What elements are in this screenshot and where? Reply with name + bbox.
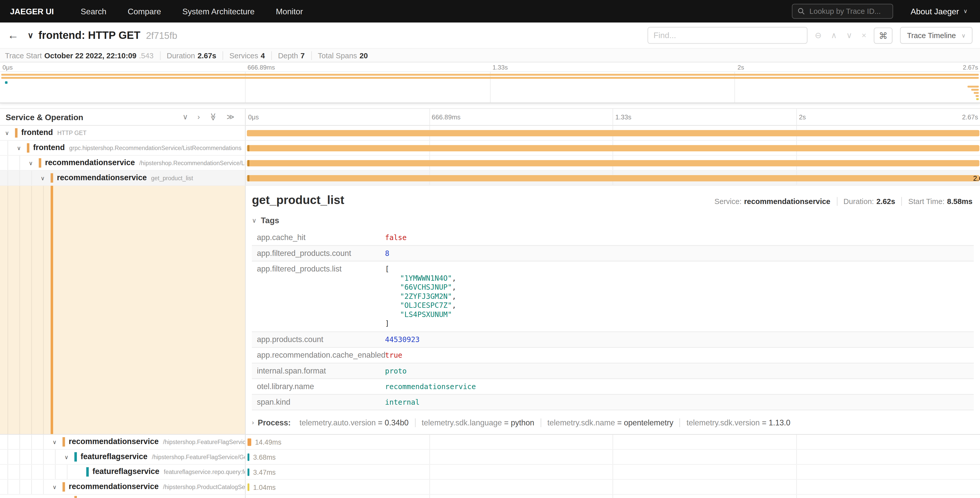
keyboard-shortcuts-button[interactable]: ⌘ xyxy=(874,27,892,43)
span-row-label-cell[interactable]: ∨frontendHTTP GET xyxy=(0,126,245,141)
indent-guide xyxy=(67,465,67,479)
tag-row: app.filtered_products.list["1YMWWN1N4O",… xyxy=(252,261,974,331)
service-name: featureflagservice xyxy=(81,452,148,461)
find-prev-icon[interactable]: ∧ xyxy=(831,31,837,39)
tags-section-toggle[interactable]: ∨ Tags xyxy=(252,216,974,225)
span-bar[interactable] xyxy=(248,484,249,491)
tag-value: ["1YMWWN1N4O","66VCHSJNUP","2ZYFJ3GM2N",… xyxy=(380,261,974,331)
span-row-timeline-cell[interactable] xyxy=(245,140,980,156)
timeline-tick: 2s xyxy=(735,64,744,71)
timeline-tick: 1.33s xyxy=(613,113,632,121)
collapse-one-icon[interactable]: ∨ xyxy=(183,113,188,121)
expand-all-icon[interactable]: ≫ xyxy=(227,113,234,121)
row-collapse-icon[interactable]: ∨ xyxy=(29,160,33,166)
about-menu[interactable]: About Jaeger ∨ xyxy=(911,6,967,16)
span-row[interactable]: featureflagservicefeatureflagservice.rep… xyxy=(0,465,980,480)
detail-meta-label: Service: xyxy=(714,197,741,206)
trace-view-label: Trace Timeline xyxy=(907,31,956,40)
service-operation: featureflagservice/hipstershop.FeatureFl… xyxy=(74,452,245,462)
trace-lookup-input[interactable] xyxy=(809,7,888,16)
clear-find-icon[interactable]: × xyxy=(862,31,867,39)
span-row[interactable]: ∨recommendationservice/hipstershop.Recom… xyxy=(0,156,980,171)
minimap-span-line xyxy=(971,89,979,91)
detail-meta-item: Service:recommendationservice xyxy=(708,197,837,206)
row-collapse-icon[interactable]: ∨ xyxy=(52,439,57,445)
indent-guide xyxy=(19,186,20,434)
nav-item-system-architecture[interactable]: System Architecture xyxy=(172,6,265,16)
tags-table: app.cache_hitfalseapp.filtered_products.… xyxy=(252,230,974,410)
service-operation: featureflagservicefeatureflagservice.rep… xyxy=(86,467,246,477)
json-value: false xyxy=(385,233,407,242)
row-collapse-icon[interactable]: ∨ xyxy=(5,130,9,136)
span-bar[interactable] xyxy=(247,145,979,152)
span-row-label-cell[interactable]: ∨recommendationservice/hipstershop.Recom… xyxy=(0,156,245,171)
json-string: "2ZYFJ3GM2N" xyxy=(400,292,452,300)
app-logo[interactable]: JAEGER UI xyxy=(10,6,54,16)
span-row-label-cell[interactable]: featureflagservicefeatureflagservice.rep… xyxy=(0,465,245,480)
partial-span-row[interactable] xyxy=(0,495,980,498)
span-row-timeline-cell[interactable] xyxy=(245,156,980,171)
span-bar[interactable] xyxy=(248,439,251,446)
detail-meta-value: 8.58ms xyxy=(947,197,973,206)
indent-guide xyxy=(31,450,32,464)
expand-one-icon[interactable]: › xyxy=(197,113,200,121)
json-value: true xyxy=(385,351,402,359)
span-bar[interactable] xyxy=(247,160,979,166)
nav-item-compare[interactable]: Compare xyxy=(117,6,172,16)
span-row-timeline-cell[interactable] xyxy=(245,126,980,141)
span-bar[interactable] xyxy=(248,468,249,476)
span-row-timeline-cell[interactable]: 14.49ms xyxy=(245,434,980,450)
span-row[interactable]: ∨featureflagservice/hipstershop.FeatureF… xyxy=(0,450,980,465)
row-collapse-icon[interactable]: ∨ xyxy=(41,175,45,181)
span-row-timeline-cell[interactable]: 1.04ms xyxy=(245,480,980,495)
row-collapse-icon[interactable]: ∨ xyxy=(17,145,21,151)
service-name: recommendationservice xyxy=(57,173,147,182)
json-bracket: ] xyxy=(385,319,969,328)
tag-value: true xyxy=(380,347,974,363)
process-section-toggle[interactable]: › Process: telemetry.auto.version = 0.34… xyxy=(252,418,974,427)
span-row-label-cell[interactable]: ∨recommendationservice/hipstershop.Produ… xyxy=(0,480,245,495)
trace-view-selector[interactable]: Trace Timeline ∨ xyxy=(900,27,972,44)
span-bar[interactable] xyxy=(248,453,249,461)
indent-guide xyxy=(19,156,20,170)
summary-item: Services4 xyxy=(223,51,272,59)
span-row-timeline-cell[interactable]: 2.62s xyxy=(245,171,980,186)
collapse-all-icon[interactable]: ≫ xyxy=(209,113,217,121)
tag-key: internal.span.format xyxy=(252,363,380,378)
span-row[interactable]: ∨recommendationservice/hipstershop.Featu… xyxy=(0,434,980,450)
summary-label: Total Spans xyxy=(318,51,357,59)
back-button[interactable]: ← xyxy=(7,29,26,42)
indent-guide xyxy=(19,434,20,449)
minimap-canvas[interactable] xyxy=(0,71,980,102)
span-row-label-cell[interactable]: ∨recommendationserviceget_product_list xyxy=(0,171,245,186)
span-bar[interactable] xyxy=(247,130,979,136)
indent-guide xyxy=(43,434,44,449)
row-collapse-icon[interactable]: ∨ xyxy=(64,454,68,460)
service-operation-label: Service & Operation xyxy=(6,112,83,122)
nav-item-monitor[interactable]: Monitor xyxy=(265,6,313,16)
span-row-label-cell[interactable]: ∨recommendationservice/hipstershop.Featu… xyxy=(0,434,245,450)
span-row[interactable]: ∨frontendgrpc.hipstershop.Recommendation… xyxy=(0,140,980,156)
span-row[interactable]: ∨recommendationserviceget_product_list2.… xyxy=(0,171,980,186)
trace-lookup[interactable] xyxy=(792,4,893,19)
trace-collapse-icon[interactable]: ∨ xyxy=(28,31,33,40)
span-row-timeline-cell[interactable]: 3.68ms xyxy=(245,450,980,465)
span-bar[interactable] xyxy=(247,175,979,181)
nav-item-search[interactable]: Search xyxy=(70,6,117,16)
find-next-icon[interactable]: ∨ xyxy=(846,31,852,39)
row-collapse-icon[interactable]: ∨ xyxy=(52,484,57,490)
span-row-timeline-cell[interactable]: 3.47ms xyxy=(245,465,980,480)
tag-value: 44530923 xyxy=(380,332,974,347)
span-row-label-cell[interactable]: ∨featureflagservice/hipstershop.FeatureF… xyxy=(0,450,245,465)
indent-guide xyxy=(43,480,44,494)
operation-name: get_product_list xyxy=(151,174,193,182)
span-row[interactable]: ∨recommendationservice/hipstershop.Produ… xyxy=(0,480,980,495)
circle-minus-icon[interactable]: ⊖ xyxy=(815,31,822,39)
operation-name: /hipstershop.FeatureFlagService/Ge... xyxy=(152,453,246,461)
trace-id: 2f715fb xyxy=(146,30,177,40)
span-row[interactable]: ∨frontendHTTP GET xyxy=(0,126,980,141)
span-row-label-cell[interactable]: ∨frontendgrpc.hipstershop.Recommendation… xyxy=(0,140,245,156)
find-input[interactable] xyxy=(648,27,807,44)
indent-guide xyxy=(19,465,20,479)
operation-name: /hipstershop.RecommendationService/Lis..… xyxy=(139,159,245,168)
